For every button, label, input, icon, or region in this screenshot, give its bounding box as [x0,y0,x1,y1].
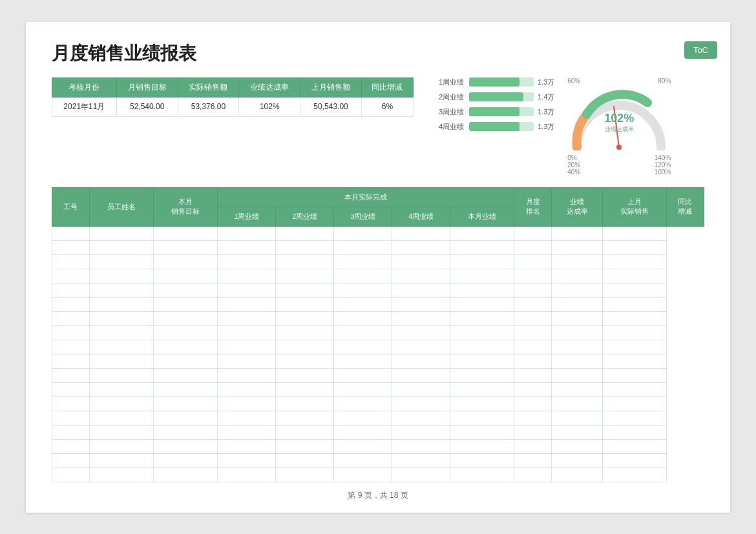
table-cell [89,382,153,396]
summary-table-cell: 52,540.00 [116,97,178,116]
table-cell [218,283,276,297]
table-cell [52,368,90,382]
table-cell [392,368,450,382]
table-cell [154,340,218,354]
toc-button[interactable]: ToC [684,41,717,59]
bar-fill [469,92,523,101]
table-cell [450,297,514,311]
table-cell [514,254,552,269]
table-cell [334,226,392,240]
table-cell [602,325,666,340]
table-cell [450,269,514,283]
table-cell [450,311,514,325]
gauge-label-20: 20% [567,161,580,169]
table-cell [602,382,666,396]
table-cell [602,411,666,425]
gauge-labels-side: 0% 140% [567,154,671,161]
th-monthly-actual: 本月实际完成 [218,187,514,207]
table-cell [52,340,90,354]
table-row [52,311,704,325]
col-header-target: 月销售目标 [116,77,178,97]
bar-row: 1周业绩 1.3万 [433,77,554,87]
table-cell [89,411,153,425]
th-week4: 4周业绩 [392,207,450,226]
table-cell [552,297,603,311]
summary-table-cell: 50,543.00 [300,97,362,116]
table-cell [334,340,392,354]
table-cell [334,311,392,325]
bar-value: 1.3万 [538,107,554,117]
table-cell [276,226,334,240]
table-cell [392,425,450,439]
table-row [52,240,704,254]
table-cell [154,269,218,283]
table-cell [552,283,603,297]
summary-table-cell: 102% [239,97,300,116]
table-cell [52,354,90,368]
table-cell [602,283,666,297]
table-cell [450,354,514,368]
gauge-label-60: 60% [567,77,580,85]
table-cell [450,325,514,340]
table-cell [334,368,392,382]
gauge-label-100: 100% [655,169,671,176]
table-cell [154,226,218,240]
table-cell [514,325,552,340]
table-cell [334,411,392,425]
table-cell [52,439,90,453]
table-cell [52,226,90,240]
table-cell [392,340,450,354]
table-cell [52,283,90,297]
table-cell [392,467,450,482]
table-cell [514,240,552,254]
table-cell [552,311,603,325]
table-cell [276,411,334,425]
table-cell [552,467,603,482]
table-cell [392,226,450,240]
bar-background [469,77,534,87]
footer-text: 第 9 页，共 18 页 [26,490,730,501]
table-row [52,354,704,368]
table-cell [602,340,666,354]
table-cell [276,240,334,254]
table-cell [514,354,552,368]
table-cell [52,453,90,467]
gauge-area: 60% 80% 10 [567,77,671,176]
table-row [52,325,704,340]
table-cell [154,439,218,453]
table-cell [450,467,514,482]
gauge-center-text: 102% 业绩达成率 [604,112,634,134]
table-cell [52,269,90,283]
table-cell [334,254,392,269]
table-cell [392,439,450,453]
table-cell [276,283,334,297]
table-cell [89,325,153,340]
bar-fill [469,122,520,131]
table-cell [276,425,334,439]
table-cell [514,269,552,283]
table-cell [89,467,153,482]
bar-label: 1周业绩 [433,77,464,87]
table-cell [89,297,153,311]
summary-table-cell: 6% [361,97,413,116]
main-table-header-row1: 工号 员工姓名 本月销售目标 本月实际完成 月度排名 业绩达成率 上月实际销售 … [52,187,704,207]
table-cell [218,226,276,240]
table-cell [602,453,666,467]
table-cell [392,396,450,411]
table-cell [154,240,218,254]
table-cell [552,382,603,396]
table-cell [602,354,666,368]
table-cell [52,425,90,439]
table-row [52,396,704,411]
gauge-labels-top: 60% 80% [567,77,671,85]
table-cell [218,297,276,311]
table-cell [218,467,276,482]
bar-fill [469,77,520,87]
th-week3: 3周业绩 [334,207,392,226]
table-cell [52,411,90,425]
table-cell [89,240,153,254]
table-cell [89,269,153,283]
table-cell [218,354,276,368]
th-week1: 1周业绩 [218,207,276,226]
table-cell [514,340,552,354]
